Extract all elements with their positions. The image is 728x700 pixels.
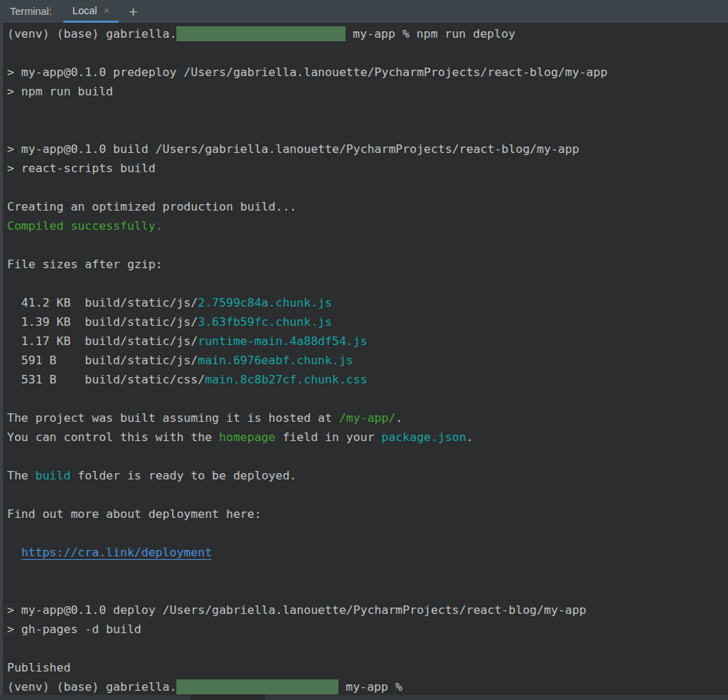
terminal-line [7, 389, 728, 408]
scrollbar-thumb[interactable] [191, 695, 265, 700]
terminal-line [7, 485, 728, 504]
terminal-text: main.8c8b27cf.chunk.css [205, 373, 367, 386]
terminal-line: > my-app@0.1.0 predeploy /Users/gabriell… [7, 63, 728, 82]
terminal-text: > my-app@0.1.0 predeploy /Users/gabriell… [7, 65, 607, 79]
terminal-line [7, 120, 728, 139]
terminal-line: The build folder is ready to be deployed… [7, 466, 728, 485]
left-edge-strip [0, 23, 3, 695]
terminal-line [7, 581, 728, 600]
terminal-line [7, 524, 728, 543]
terminal-text: The project was built assuming it is hos… [7, 411, 339, 425]
terminal-line: 41.2 KB build/static/js/2.7599c84a.chunk… [7, 293, 728, 312]
terminal-line: Creating an optimized production build..… [7, 197, 728, 216]
terminal-line [7, 101, 728, 120]
terminal-text: Published [7, 661, 70, 674]
terminal-line: 531 B build/static/css/main.8c8b27cf.chu… [7, 370, 728, 389]
terminal-text: build [36, 469, 71, 482]
terminal-line [7, 178, 728, 197]
terminal-text: Creating an optimized production build..… [7, 200, 296, 213]
terminal-line: Find out more about deployment here: [7, 504, 728, 524]
terminal-text: 591 B build/static/js/ [7, 354, 198, 367]
terminal-line: Published [7, 658, 728, 677]
terminal-text: You can control this with the [7, 430, 219, 444]
terminal-line: You can control this with the homepage f… [7, 428, 728, 447]
terminal-text: The [7, 469, 36, 482]
terminal-text: 1.17 KB build/static/js/ [7, 334, 198, 348]
terminal-text: (venv) (base) gabriella. [7, 680, 176, 694]
terminal-line [7, 562, 728, 581]
terminal-text: Compiled successfully. [7, 219, 163, 233]
terminal-line [7, 447, 728, 466]
terminal-line: > my-app@0.1.0 build /Users/gabriella.la… [7, 139, 728, 159]
terminal-line: Compiled successfully. [7, 216, 728, 235]
terminal-text: 531 B build/static/css/ [7, 373, 205, 386]
terminal-text: > my-app@0.1.0 build /Users/gabriella.la… [7, 142, 579, 156]
terminal-text: . [395, 411, 402, 425]
terminal-line: 1.17 KB build/static/js/runtime-main.4a8… [7, 332, 728, 351]
terminal-text: > react-scripts build [7, 161, 156, 175]
terminal-text: > my-app@0.1.0 deploy /Users/gabriella.l… [7, 603, 587, 617]
terminal-text: (venv) (base) gabriella. [7, 27, 176, 41]
terminal-text: 2.7599c84a.chunk.js [198, 296, 332, 309]
terminal-text: main.6976eabf.chunk.js [198, 354, 353, 367]
terminal-text: > npm run build [7, 85, 113, 98]
terminal-text: . [466, 430, 473, 444]
terminal-text: /my-app/ [339, 411, 395, 425]
terminal-text: runtime-main.4a88df54.js [198, 334, 367, 348]
terminal-window: Terminal: Local × + (venv) (base) gabrie… [0, 0, 728, 700]
terminal-text: 1.39 KB build/static/js/ [7, 315, 198, 329]
terminal-line: (venv) (base) gabriella. my-app % [7, 677, 728, 696]
bottom-bar [0, 695, 728, 700]
terminal-line [7, 639, 728, 658]
terminal-line [7, 43, 728, 63]
terminal-text: > gh-pages -d build [7, 622, 141, 636]
terminal-text: 3.63fb59fc.chunk.js [198, 315, 332, 329]
terminal-text: my-app % [338, 680, 409, 694]
redacted-text [176, 26, 346, 41]
terminal-text: 41.2 KB build/static/js/ [7, 296, 198, 309]
close-icon[interactable]: × [104, 5, 110, 16]
terminal-label: Terminal: [0, 6, 52, 17]
terminal-line: (venv) (base) gabriella. my-app % npm ru… [7, 24, 728, 43]
terminal-lines: (venv) (base) gabriella. my-app % npm ru… [7, 24, 728, 696]
terminal-line [7, 274, 728, 293]
new-tab-button[interactable]: + [129, 4, 137, 19]
terminal-line: > react-scripts build [7, 159, 728, 178]
terminal-text: Find out more about deployment here: [7, 507, 262, 521]
terminal-line: https://cra.link/deployment [7, 543, 728, 562]
redacted-text [176, 679, 338, 694]
terminal-text: my-app % npm run deploy [346, 27, 515, 41]
terminal-line: > npm run build [7, 82, 728, 101]
terminal-text: folder is ready to be deployed. [70, 469, 296, 482]
terminal-line: 1.39 KB build/static/js/3.63fb59fc.chunk… [7, 312, 728, 332]
terminal-text: field in your [276, 430, 382, 444]
terminal-text: package.json [382, 430, 466, 444]
terminal-header: Terminal: Local × + [0, 0, 728, 23]
terminal-text: homepage [219, 430, 275, 444]
terminal-line: > my-app@0.1.0 deploy /Users/gabriella.l… [7, 600, 728, 620]
terminal-output[interactable]: (venv) (base) gabriella. my-app % npm ru… [0, 23, 728, 695]
terminal-line: > gh-pages -d build [7, 620, 728, 639]
terminal-line [7, 235, 728, 255]
terminal-line: 591 B build/static/js/main.6976eabf.chun… [7, 351, 728, 370]
terminal-line: The project was built assuming it is hos… [7, 408, 728, 428]
terminal-text [7, 546, 21, 559]
terminal-text: File sizes after gzip: [7, 258, 163, 271]
tab-local[interactable]: Local × [63, 0, 119, 23]
tab-title: Local [73, 5, 97, 16]
terminal-line: File sizes after gzip: [7, 255, 728, 274]
deployment-link[interactable]: https://cra.link/deployment [21, 546, 212, 559]
